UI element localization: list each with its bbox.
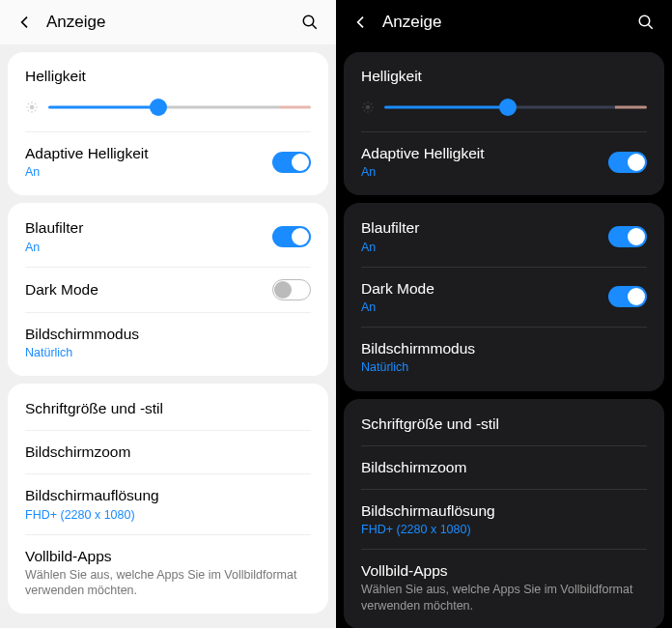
fontstyle-row[interactable]: Schriftgröße und -stil — [344, 403, 664, 445]
bluefilter-label: Blaufilter — [361, 218, 608, 238]
svg-line-12 — [648, 24, 653, 29]
zoom-label: Bildschirmzoom — [25, 442, 311, 462]
display-options-card: Blaufilter An Dark Mode An Bildschirmmod… — [344, 203, 664, 390]
fullscreen-label: Vollbild-Apps — [25, 547, 311, 566]
search-icon[interactable] — [301, 14, 319, 31]
sun-icon — [25, 100, 39, 114]
darkmode-state: An — [361, 300, 608, 315]
bluefilter-row[interactable]: Blaufilter An — [344, 207, 664, 266]
brightness-card: Helligkeit Adaptive Helligkeit An — [8, 52, 328, 195]
fontstyle-row[interactable]: Schriftgröße und -stil — [8, 387, 328, 430]
adaptive-state: An — [361, 164, 608, 180]
fontstyle-label: Schriftgröße und -stil — [25, 399, 311, 418]
adaptive-brightness-row[interactable]: Adaptive Helligkeit An — [344, 132, 664, 191]
fullscreen-row[interactable]: Vollbild-Apps Wählen Sie aus, welche App… — [8, 535, 328, 611]
back-icon[interactable] — [353, 14, 369, 30]
light-theme-pane: Anzeige Helligkeit Adaptive Helligkeit — [0, 0, 336, 628]
svg-line-8 — [35, 110, 36, 111]
darkmode-label: Dark Mode — [361, 279, 608, 299]
bluefilter-state: An — [361, 240, 608, 255]
svg-line-18 — [364, 103, 365, 104]
adaptive-label: Adaptive Helligkeit — [25, 144, 272, 163]
fullscreen-desc: Wählen Sie aus, welche Apps Sie im Vollb… — [361, 582, 647, 614]
darkmode-row[interactable]: Dark Mode An — [344, 268, 664, 327]
adaptive-state: An — [25, 164, 272, 180]
display-options-card: Blaufilter An Dark Mode Bildschirmmodus … — [8, 203, 328, 376]
svg-line-1 — [312, 24, 317, 29]
brightness-label: Helligkeit — [361, 68, 647, 85]
bluefilter-toggle[interactable] — [608, 226, 647, 247]
darkmode-toggle[interactable] — [608, 286, 647, 307]
screenmode-value: Natürlich — [361, 359, 647, 375]
darkmode-toggle[interactable] — [272, 279, 311, 300]
bluefilter-label: Blaufilter — [25, 218, 272, 238]
zoom-row[interactable]: Bildschirmzoom — [8, 431, 328, 473]
brightness-slider[interactable] — [384, 99, 647, 116]
topbar: Anzeige — [336, 0, 672, 44]
page-title: Anzeige — [33, 13, 105, 32]
svg-line-21 — [371, 103, 372, 104]
brightness-section: Helligkeit — [8, 56, 328, 131]
brightness-slider[interactable] — [48, 99, 311, 116]
extras-card: Schriftgröße und -stil Bildschirmzoom Bi… — [344, 399, 664, 628]
brightness-label: Helligkeit — [25, 68, 311, 85]
extras-card: Schriftgröße und -stil Bildschirmzoom Bi… — [8, 384, 328, 614]
adaptive-brightness-row[interactable]: Adaptive Helligkeit An — [8, 132, 328, 191]
resolution-row[interactable]: Bildschirmauflösung FHD+ (2280 x 1080) — [8, 474, 328, 533]
slider-thumb[interactable] — [150, 99, 167, 116]
back-icon[interactable] — [17, 14, 33, 30]
sun-icon — [361, 100, 375, 114]
adaptive-toggle[interactable] — [608, 152, 647, 173]
svg-point-13 — [366, 105, 371, 110]
slider-thumb[interactable] — [499, 99, 517, 116]
bluefilter-row[interactable]: Blaufilter An — [8, 207, 328, 266]
brightness-card: Helligkeit Adaptive Helligkeit An — [344, 52, 664, 195]
darkmode-row[interactable]: Dark Mode — [8, 268, 328, 312]
bluefilter-toggle[interactable] — [272, 226, 311, 247]
fullscreen-row[interactable]: Vollbild-Apps Wählen Sie aus, welche App… — [344, 550, 664, 625]
dark-theme-pane: Anzeige Helligkeit Adaptive Helligkeit — [336, 0, 672, 628]
resolution-label: Bildschirmauflösung — [361, 501, 647, 521]
zoom-row[interactable]: Bildschirmzoom — [344, 446, 664, 489]
resolution-value: FHD+ (2280 x 1080) — [25, 507, 311, 523]
resolution-row[interactable]: Bildschirmauflösung FHD+ (2280 x 1080) — [344, 490, 664, 549]
svg-line-7 — [28, 103, 29, 104]
brightness-section: Helligkeit — [344, 56, 664, 131]
resolution-value: FHD+ (2280 x 1080) — [361, 522, 647, 537]
darkmode-label: Dark Mode — [25, 280, 272, 300]
fullscreen-desc: Wählen Sie aus, welche Apps Sie im Vollb… — [25, 567, 311, 599]
page-title: Anzeige — [369, 13, 441, 32]
svg-point-11 — [639, 15, 650, 26]
screenmode-label: Bildschirmmodus — [361, 339, 647, 358]
svg-point-2 — [30, 105, 35, 110]
fullscreen-label: Vollbild-Apps — [361, 561, 647, 581]
svg-line-10 — [35, 103, 36, 104]
zoom-label: Bildschirmzoom — [361, 458, 647, 477]
search-icon[interactable] — [637, 14, 655, 31]
screenmode-row[interactable]: Bildschirmmodus Natürlich — [344, 328, 664, 386]
screenmode-row[interactable]: Bildschirmmodus Natürlich — [8, 313, 328, 372]
topbar: Anzeige — [0, 0, 336, 44]
svg-line-19 — [371, 110, 372, 111]
resolution-label: Bildschirmauflösung — [25, 486, 311, 505]
bluefilter-state: An — [25, 240, 272, 255]
adaptive-toggle[interactable] — [272, 152, 311, 173]
screenmode-label: Bildschirmmodus — [25, 325, 311, 344]
fontstyle-label: Schriftgröße und -stil — [361, 414, 647, 434]
screenmode-value: Natürlich — [25, 345, 311, 360]
svg-line-20 — [364, 110, 365, 111]
adaptive-label: Adaptive Helligkeit — [361, 144, 608, 163]
svg-line-9 — [28, 110, 29, 111]
svg-point-0 — [303, 15, 314, 26]
